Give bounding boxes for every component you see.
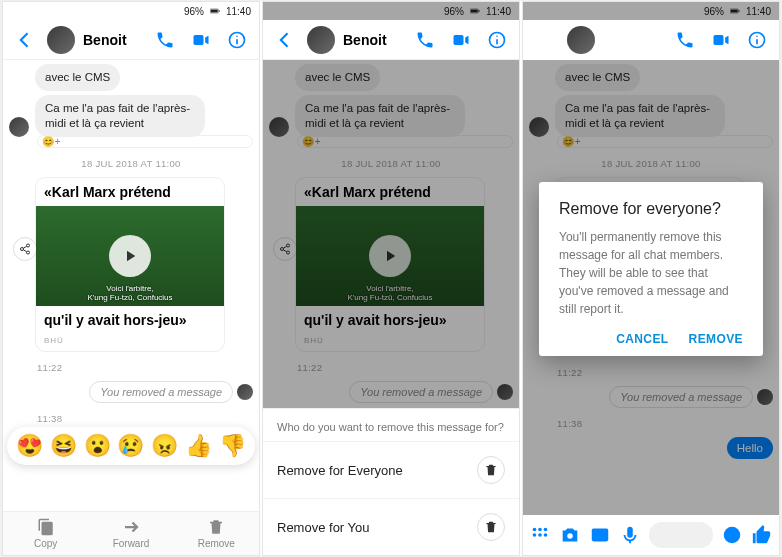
video-button[interactable] <box>187 26 215 54</box>
info-button[interactable] <box>223 26 251 54</box>
video-button[interactable] <box>447 26 475 54</box>
react-like[interactable]: 👍 <box>185 433 212 459</box>
sheet-row-label: Remove for Everyone <box>277 463 403 478</box>
svg-point-20 <box>281 247 284 250</box>
card-title: «Karl Marx prétend <box>36 178 224 206</box>
forward-button[interactable]: Forward <box>88 512 173 555</box>
avatar <box>269 117 289 137</box>
video-caption: Voici l'arbitre,K'ung Fu-tzû, Confucius <box>347 284 432 306</box>
card-source: BHÜ <box>296 334 484 351</box>
timestamp: 11:38 <box>9 413 253 424</box>
play-icon[interactable] <box>369 235 411 277</box>
trash-icon <box>477 513 505 541</box>
statusbar: 96% 11:40 <box>523 2 779 20</box>
statusbar: 96% 11:40 <box>263 2 519 20</box>
battery-pct: 96% <box>444 6 464 17</box>
timestamp: 18 JUL 2018 AT 11:00 <box>269 158 513 169</box>
back-button[interactable] <box>271 26 299 54</box>
cancel-button[interactable]: CANCEL <box>616 332 668 346</box>
svg-point-6 <box>236 35 238 37</box>
message-out[interactable]: Hello <box>529 437 773 459</box>
timestamp: 11:38 <box>529 418 773 429</box>
camera-icon[interactable] <box>559 524 581 546</box>
avatar[interactable] <box>307 26 335 54</box>
like-icon[interactable] <box>751 524 773 546</box>
svg-rect-3 <box>194 35 204 45</box>
timestamp: 11:22 <box>9 362 253 373</box>
back-button[interactable] <box>11 26 39 54</box>
clock: 11:40 <box>226 6 251 17</box>
share-button[interactable] <box>273 237 297 261</box>
react-dislike[interactable]: 👎 <box>219 433 246 459</box>
sheet-row-label: Remove for You <box>277 520 370 535</box>
react-angry[interactable]: 😠 <box>151 433 178 459</box>
contact-name[interactable]: Benoit <box>343 32 403 48</box>
confirm-remove-button[interactable]: REMOVE <box>689 332 743 346</box>
bubble-text: avec le CMS <box>555 64 640 91</box>
remove-for-you[interactable]: Remove for You <box>263 498 519 555</box>
removed-label: You removed a message <box>349 381 493 403</box>
battery-icon <box>470 6 480 16</box>
message-in[interactable]: avec le CMS <box>9 64 253 91</box>
action-bar: Copy Forward Remove <box>3 511 259 555</box>
chat-scroll[interactable]: avec le CMS Ca me l'a pas fait de l'aprè… <box>3 60 259 511</box>
avatar[interactable] <box>567 26 595 54</box>
apps-icon[interactable] <box>529 524 551 546</box>
message-in[interactable]: Ca me l'a pas fait de l'après-midi et là… <box>529 95 773 137</box>
bubble-text: Hello <box>727 437 773 459</box>
clock: 11:40 <box>746 6 771 17</box>
svg-point-40 <box>724 527 741 544</box>
card-sub: qu'il y avait hors-jeu» <box>296 306 484 334</box>
message-in[interactable]: Ca me l'a pas fait de l'après-midi et là… <box>9 95 253 137</box>
remove-for-everyone[interactable]: Remove for Everyone <box>263 441 519 498</box>
battery-pct: 96% <box>704 6 724 17</box>
chat-header: . <box>523 20 779 60</box>
removed-message[interactable]: You removed a message <box>529 386 773 408</box>
contact-name[interactable]: Benoit <box>83 32 143 48</box>
emoji-icon[interactable] <box>721 524 743 546</box>
link-card[interactable]: «Karl Marx prétend Voici l'arbitre,K'ung… <box>295 177 485 352</box>
svg-point-37 <box>567 533 573 539</box>
message-in[interactable]: Ca me l'a pas fait de l'après-midi et là… <box>269 95 513 137</box>
forward-label: Forward <box>113 538 150 549</box>
svg-rect-25 <box>731 10 738 13</box>
battery-icon <box>730 6 740 16</box>
info-button[interactable] <box>483 26 511 54</box>
message-in[interactable]: avec le CMS <box>529 64 773 91</box>
react-sad[interactable]: 😢 <box>117 433 144 459</box>
svg-point-30 <box>756 35 758 37</box>
svg-line-11 <box>23 250 26 252</box>
avatar <box>497 384 513 400</box>
battery-icon <box>210 6 220 16</box>
card-sub: qu'il y avait hors-jeu» <box>36 306 224 334</box>
call-button[interactable] <box>151 26 179 54</box>
play-icon[interactable] <box>109 235 151 277</box>
react-wow[interactable]: 😮 <box>84 433 111 459</box>
remove-button[interactable]: Remove <box>174 512 259 555</box>
link-card[interactable]: «Karl Marx prétend Voici l'arbitre,K'ung… <box>35 177 225 352</box>
svg-rect-15 <box>454 35 464 45</box>
removed-message[interactable]: You removed a message <box>9 381 253 403</box>
info-button[interactable] <box>743 26 771 54</box>
call-button[interactable] <box>411 26 439 54</box>
chat-header: Benoit <box>263 20 519 60</box>
svg-line-22 <box>283 246 286 248</box>
video-thumb[interactable]: Voici l'arbitre,K'ung Fu-tzû, Confucius <box>36 206 224 306</box>
removed-label: You removed a message <box>609 386 753 408</box>
react-haha[interactable]: 😆 <box>50 433 77 459</box>
svg-point-8 <box>21 247 24 250</box>
message-in[interactable]: avec le CMS <box>269 64 513 91</box>
video-thumb[interactable]: Voici l'arbitre,K'ung Fu-tzû, Confucius <box>296 206 484 306</box>
gallery-icon[interactable] <box>589 524 611 546</box>
react-love[interactable]: 😍 <box>16 433 43 459</box>
call-button[interactable] <box>671 26 699 54</box>
message-input[interactable] <box>649 522 713 548</box>
video-button[interactable] <box>707 26 735 54</box>
removed-label: You removed a message <box>89 381 233 403</box>
copy-button[interactable]: Copy <box>3 512 88 555</box>
avatar <box>9 117 29 137</box>
avatar[interactable] <box>47 26 75 54</box>
share-button[interactable] <box>13 237 37 261</box>
removed-message[interactable]: You removed a message <box>269 381 513 403</box>
mic-icon[interactable] <box>619 524 641 546</box>
